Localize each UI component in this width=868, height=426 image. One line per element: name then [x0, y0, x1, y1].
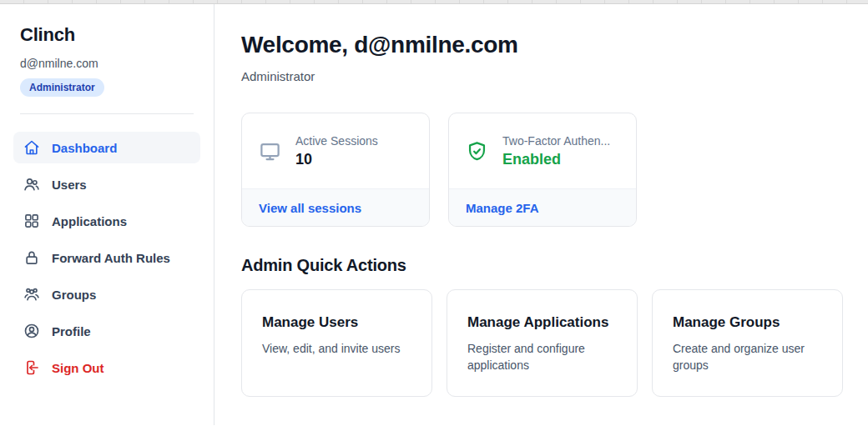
sidebar-item-label: Applications — [52, 214, 127, 228]
sidebar-item-users[interactable]: Users — [13, 168, 200, 200]
stat-text: Two-Factor Authen... Enabled — [502, 134, 610, 168]
sidebar-nav: Dashboard Users Applications — [13, 132, 200, 383]
stat-card-body: Two-Factor Authen... Enabled — [449, 113, 636, 188]
sidebar-item-label: Profile — [52, 324, 91, 338]
sidebar-item-dashboard[interactable]: Dashboard — [13, 132, 200, 163]
quick-actions-heading: Admin Quick Actions — [241, 256, 843, 275]
two-factor-card: Two-Factor Authen... Enabled Manage 2FA — [448, 113, 637, 227]
sidebar-item-label: Dashboard — [52, 141, 117, 155]
users-icon — [23, 176, 40, 193]
profile-icon — [23, 323, 40, 339]
action-card-description: Register and configure applications — [467, 340, 617, 374]
active-sessions-card: Active Sessions 10 View all sessions — [241, 113, 430, 227]
stat-value: 10 — [295, 151, 378, 168]
action-card-title: Manage Groups — [673, 314, 822, 331]
manage-users-card[interactable]: Manage Users View, edit, and invite user… — [241, 289, 432, 397]
app-layout: Clinch d@nmilne.com Administrator Dashbo… — [0, 4, 868, 425]
user-email: d@nmilne.com — [20, 57, 194, 70]
stat-text: Active Sessions 10 — [295, 134, 378, 168]
view-all-sessions-link[interactable]: View all sessions — [259, 201, 361, 215]
grid-icon — [23, 213, 40, 229]
monitor-icon — [259, 140, 281, 163]
home-icon — [23, 139, 40, 156]
sidebar-item-label: Users — [52, 178, 87, 192]
page-subtitle: Administrator — [241, 69, 843, 83]
sidebar-item-profile[interactable]: Profile — [13, 315, 200, 347]
action-card-title: Manage Users — [262, 314, 411, 331]
manage-groups-card[interactable]: Manage Groups Create and organize user g… — [652, 289, 843, 397]
lock-icon — [23, 249, 40, 266]
role-badge: Administrator — [20, 78, 104, 97]
sidebar-divider — [20, 113, 194, 114]
sidebar-item-sign-out[interactable]: Sign Out — [13, 352, 200, 383]
sign-out-icon — [23, 359, 40, 376]
sidebar-item-label: Groups — [52, 288, 96, 302]
sidebar-header: Clinch d@nmilne.com Administrator — [0, 4, 214, 97]
quick-actions-row: Manage Users View, edit, and invite user… — [241, 289, 843, 397]
stat-label: Active Sessions — [295, 134, 378, 148]
manage-2fa-link[interactable]: Manage 2FA — [466, 201, 539, 215]
manage-applications-card[interactable]: Manage Applications Register and configu… — [447, 289, 638, 397]
action-card-description: Create and organize user groups — [673, 340, 822, 374]
stat-value: Enabled — [502, 151, 610, 168]
sidebar: Clinch d@nmilne.com Administrator Dashbo… — [0, 4, 214, 425]
action-card-title: Manage Applications — [467, 314, 617, 331]
stat-label: Two-Factor Authen... — [502, 134, 610, 148]
sidebar-item-applications[interactable]: Applications — [13, 205, 200, 237]
sidebar-item-label: Sign Out — [52, 361, 104, 375]
brand-logo: Clinch — [20, 24, 194, 46]
user-group-icon — [23, 286, 40, 303]
sidebar-item-groups[interactable]: Groups — [13, 278, 200, 310]
page-title: Welcome, d@nmilne.com — [241, 32, 843, 58]
sidebar-item-forward-auth-rules[interactable]: Forward Auth Rules — [13, 242, 200, 273]
sidebar-item-label: Forward Auth Rules — [52, 251, 170, 265]
stats-row: Active Sessions 10 View all sessions — [241, 113, 843, 227]
shield-check-icon — [466, 140, 488, 163]
stat-card-footer: Manage 2FA — [449, 188, 636, 226]
action-card-description: View, edit, and invite users — [262, 340, 411, 357]
stat-card-body: Active Sessions 10 — [242, 113, 429, 188]
stat-card-footer: View all sessions — [242, 188, 429, 226]
main-content: Welcome, d@nmilne.com Administrator Acti… — [214, 4, 868, 425]
